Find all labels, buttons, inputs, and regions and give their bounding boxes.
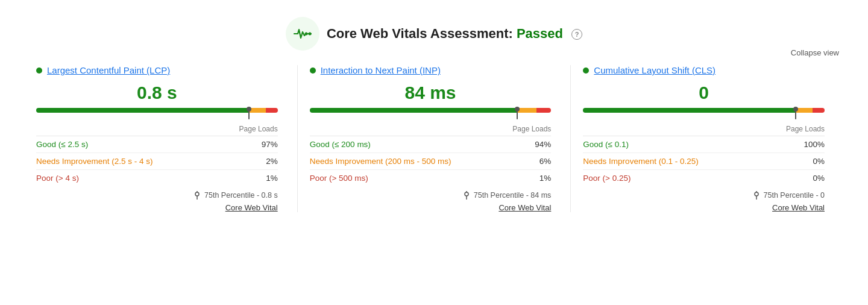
gauge-needs [517, 108, 536, 113]
page-loads-label: Page Loads [36, 125, 278, 133]
vital-panel-cls: Cumulative Layout Shift (CLS) 0 Page Loa… [571, 65, 844, 212]
metric-row-good: Good (≤ 0.1) 100% [583, 136, 825, 153]
gauge-poor [813, 108, 825, 113]
row-value: 0% [813, 157, 825, 166]
percentile-text: 75th Percentile - 0 [764, 191, 825, 200]
core-web-vital-link-lcp[interactable]: Core Web Vital [36, 203, 278, 212]
gauge-marker [248, 108, 250, 119]
percentile-text: 75th Percentile - 0.8 s [204, 191, 278, 200]
page-loads-label: Page Loads [583, 125, 825, 133]
row-value: 6% [539, 157, 552, 166]
percentile-row: 75th Percentile - 0.8 s [36, 191, 278, 200]
percentile-icon [753, 191, 760, 200]
row-value: 0% [813, 174, 825, 183]
row-label: Needs Improvement (200 ms - 500 ms) [310, 157, 451, 166]
vital-name: Cumulative Layout Shift (CLS) [594, 65, 715, 75]
metric-value-lcp: 0.8 s [36, 83, 278, 103]
row-label: Needs Improvement (0.1 - 0.25) [583, 157, 698, 166]
core-web-vital-link-cls[interactable]: Core Web Vital [583, 203, 825, 212]
row-label: Good (≤ 200 ms) [310, 140, 371, 149]
row-label: Good (≤ 0.1) [583, 140, 629, 149]
gauge-good [310, 108, 518, 113]
metric-value-cls: 0 [583, 83, 825, 103]
row-label: Poor (> 0.25) [583, 174, 631, 183]
gauge-marker [517, 108, 518, 119]
gauge-wrapper [310, 108, 552, 120]
percentile-row: 75th Percentile - 84 ms [310, 191, 552, 200]
assessment-title: Core Web Vitals Assessment: Passed ? [327, 26, 582, 42]
metric-row-poor: Poor (> 0.25) 0% [583, 170, 825, 186]
gauge-poor [266, 108, 278, 113]
metric-rows: Good (≤ 0.1) 100% Needs Improvement (0.1… [583, 136, 825, 186]
row-value: 94% [535, 140, 551, 149]
vital-title-cls[interactable]: Cumulative Layout Shift (CLS) [583, 65, 825, 75]
metric-rows: Good (≤ 200 ms) 94% Needs Improvement (2… [310, 136, 552, 186]
metric-row-needs: Needs Improvement (2.5 s - 4 s) 2% [36, 153, 278, 170]
row-value: 97% [262, 140, 278, 149]
gauge-good [36, 108, 249, 113]
vital-name: Interaction to Next Paint (INP) [321, 65, 441, 75]
vital-title-inp[interactable]: Interaction to Next Paint (INP) [310, 65, 552, 75]
vitals-icon [286, 17, 319, 51]
status-dot [36, 68, 42, 74]
svg-point-0 [304, 33, 307, 36]
row-value: 1% [539, 174, 552, 183]
metric-row-good: Good (≤ 200 ms) 94% [310, 136, 552, 153]
percentile-text: 75th Percentile - 84 ms [474, 191, 552, 200]
collapse-view-button[interactable]: Collapse view [791, 48, 839, 57]
vital-name: Largest Contentful Paint (LCP) [47, 65, 170, 75]
row-value: 2% [266, 157, 278, 166]
row-label: Poor (> 4 s) [36, 174, 79, 183]
row-label: Poor (> 500 ms) [310, 174, 368, 183]
metric-row-poor: Poor (> 500 ms) 1% [310, 170, 552, 186]
row-label: Needs Improvement (2.5 s - 4 s) [36, 157, 153, 166]
vital-panel-lcp: Largest Contentful Paint (LCP) 0.8 s Pag… [24, 65, 298, 212]
gauge-track [36, 108, 278, 113]
core-web-vital-link-inp[interactable]: Core Web Vital [310, 203, 552, 212]
vital-title-lcp[interactable]: Largest Contentful Paint (LCP) [36, 65, 278, 75]
status-dot [583, 68, 589, 74]
metric-row-needs: Needs Improvement (0.1 - 0.25) 0% [583, 153, 825, 170]
page-loads-label: Page Loads [310, 125, 552, 133]
gauge-track [583, 108, 825, 113]
row-value: 1% [266, 174, 278, 183]
gauge-needs [249, 108, 266, 113]
gauge-needs [796, 108, 813, 113]
percentile-icon [193, 191, 201, 200]
svg-point-1 [308, 33, 311, 36]
svg-point-7 [755, 192, 758, 196]
gauge-wrapper [36, 108, 278, 120]
vitals-container: Largest Contentful Paint (LCP) 0.8 s Pag… [0, 55, 868, 227]
metric-row-poor: Poor (> 4 s) 1% [36, 170, 278, 186]
help-icon[interactable]: ? [571, 29, 582, 40]
svg-point-5 [465, 192, 468, 196]
percentile-icon [463, 191, 470, 200]
status-dot [310, 68, 316, 74]
vital-panel-inp: Interaction to Next Paint (INP) 84 ms Pa… [298, 65, 571, 212]
gauge-good [583, 108, 796, 113]
gauge-wrapper [583, 108, 825, 120]
metric-row-needs: Needs Improvement (200 ms - 500 ms) 6% [310, 153, 552, 170]
metric-row-good: Good (≤ 2.5 s) 97% [36, 136, 278, 153]
row-label: Good (≤ 2.5 s) [36, 140, 88, 149]
metric-rows: Good (≤ 2.5 s) 97% Needs Improvement (2.… [36, 136, 278, 186]
gauge-poor [536, 108, 551, 113]
row-value: 100% [804, 140, 825, 149]
metric-value-inp: 84 ms [310, 83, 552, 103]
percentile-row: 75th Percentile - 0 [583, 191, 825, 200]
header: Core Web Vitals Assessment: Passed ? [0, 0, 868, 55]
gauge-marker [795, 108, 796, 119]
svg-point-3 [195, 192, 199, 196]
